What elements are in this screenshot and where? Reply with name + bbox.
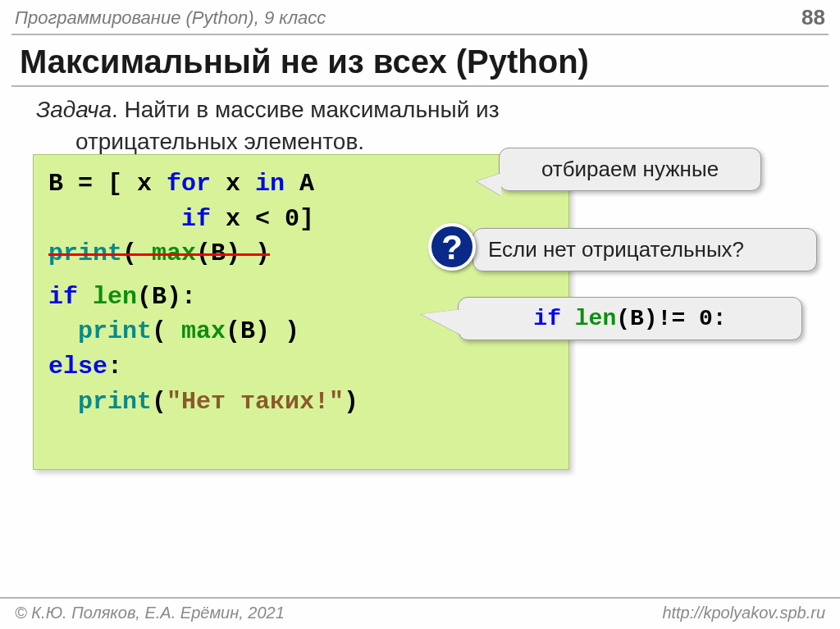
callout-tail (477, 173, 501, 196)
callout-code-alt: if len(B)!= 0: (458, 297, 802, 340)
callout-if-no-negatives: Если нет отрицательных? (472, 228, 817, 271)
code-line-7: print("Нет таких!") (48, 385, 554, 420)
code-line-6: else: (48, 349, 554, 385)
footer-copyright: © К.Ю. Поляков, Е.А. Ерёмин, 2021 (15, 604, 285, 622)
question-mark-icon: ? (428, 223, 476, 271)
header-bar: Программирование (Python), 9 класс 88 (0, 0, 840, 34)
strikethrough-line (48, 253, 270, 256)
footer-url: http://kpolyakov.spb.ru (662, 604, 825, 622)
slide-title: Максимальный не из всех (Python) (0, 35, 840, 85)
callout-select-needed: отбираем нужные (499, 148, 761, 191)
callout-text: Если нет отрицательных? (488, 237, 744, 262)
task-label: Задача (36, 97, 112, 122)
footer-bar: © К.Ю. Поляков, Е.А. Ерёмин, 2021 http:/… (0, 597, 840, 629)
callout-text: отбираем нужные (541, 157, 719, 181)
task-line1: . Найти в массиве максимальный из (112, 97, 500, 122)
course-label: Программирование (Python), 9 класс (15, 7, 326, 29)
callout-tail (421, 309, 462, 335)
page-number: 88 (801, 5, 825, 30)
